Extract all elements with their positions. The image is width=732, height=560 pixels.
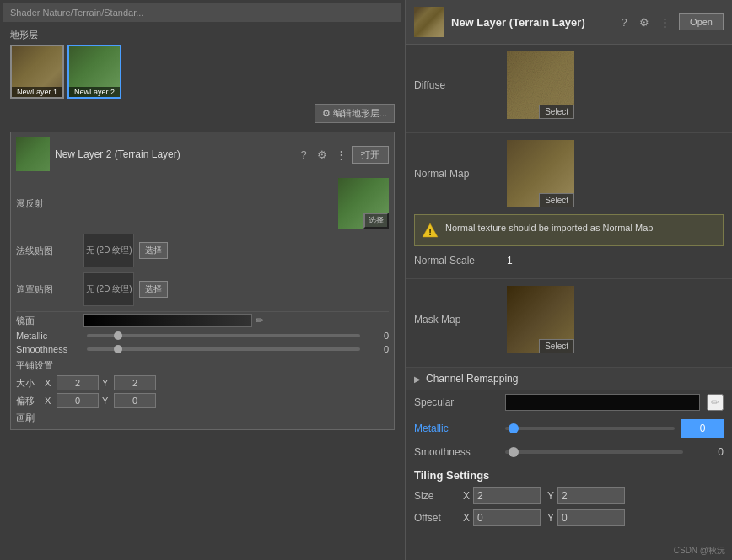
channel-remapping-arrow: ▶ bbox=[414, 374, 421, 384]
terrain-layer-section: 地形层 NewLayer 1 NewLayer 2 ⚙ 编辑地形层... New… bbox=[3, 25, 401, 437]
rp-size-xy: X Y bbox=[463, 487, 724, 504]
rp-normal-select-button[interactable]: Select bbox=[539, 193, 574, 207]
layer-thumb-1-label: NewLayer 1 bbox=[12, 87, 62, 97]
brush-label: 画刷 bbox=[16, 412, 389, 424]
normal-row: 法线贴图 无 (2D 纹理) 选择 bbox=[16, 234, 389, 267]
rp-smoothness-track[interactable] bbox=[505, 450, 683, 454]
rp-open-button[interactable]: Open bbox=[679, 13, 724, 30]
rp-header-icon bbox=[414, 7, 444, 37]
metallic-label: Metallic bbox=[16, 331, 83, 341]
size-x-input[interactable] bbox=[57, 375, 99, 390]
metallic-thumb bbox=[114, 331, 122, 340]
rp-offset-x-letter: X bbox=[463, 512, 470, 524]
rp-mask-row: Mask Map Select bbox=[414, 286, 724, 353]
normal-select-button[interactable]: 选择 bbox=[139, 242, 168, 259]
layer-thumbnails: NewLayer 1 NewLayer 2 bbox=[10, 45, 395, 99]
left-panel: Shader Nature/Terrain/Standar... 地形层 New… bbox=[0, 0, 405, 560]
rp-diffuse-label: Diffuse bbox=[414, 79, 507, 91]
rp-menu-button[interactable]: ⋮ bbox=[657, 14, 672, 30]
layer-open-button[interactable]: 打开 bbox=[352, 146, 389, 164]
normal-texture-box: 无 (2D 纹理) bbox=[83, 234, 134, 267]
mask-texture-box: 无 (2D 纹理) bbox=[83, 272, 134, 306]
rp-normal-row: Normal Map Select bbox=[414, 140, 724, 207]
smoothness-track[interactable] bbox=[87, 347, 360, 351]
rp-size-x-input[interactable] bbox=[473, 487, 541, 504]
offset-x-input[interactable] bbox=[57, 393, 99, 408]
rp-diffuse-select-button[interactable]: Select bbox=[539, 105, 574, 119]
channel-remapping-header[interactable]: ▶ Channel Remapping bbox=[406, 368, 732, 390]
mask-select-button[interactable]: 选择 bbox=[139, 281, 168, 298]
mask-no-texture: 无 (2D 纹理) 选择 bbox=[83, 272, 168, 306]
mirror-color-bar[interactable] bbox=[83, 314, 252, 327]
mask-label: 遮罩贴图 bbox=[16, 283, 83, 296]
layer-settings-button[interactable]: ⚙ bbox=[315, 147, 330, 162]
rp-normal-section: Normal Map Select bbox=[406, 133, 732, 279]
offset-y-input[interactable] bbox=[114, 393, 156, 408]
smoothness-value: 0 bbox=[363, 344, 389, 354]
rp-offset-x-coord: X bbox=[463, 509, 541, 526]
mirror-picker-icon[interactable]: ✏ bbox=[256, 315, 264, 326]
rp-header: New Layer (Terrain Layer) ? ⚙ ⋮ Open bbox=[406, 0, 732, 45]
layer-thumb-1[interactable]: NewLayer 1 bbox=[10, 45, 64, 99]
divider-1 bbox=[16, 311, 389, 312]
mask-row: 遮罩贴图 无 (2D 纹理) 选择 bbox=[16, 272, 389, 306]
rp-size-y-input[interactable] bbox=[557, 487, 625, 504]
layer-info-button[interactable]: ? bbox=[296, 147, 311, 162]
rp-size-x-coord: X bbox=[463, 487, 541, 504]
layer-menu-button[interactable]: ⋮ bbox=[333, 147, 348, 162]
rp-smoothness-label: Smoothness bbox=[414, 446, 498, 458]
edit-layers-button[interactable]: ⚙ 编辑地形层... bbox=[315, 104, 395, 123]
size-coords: X Y bbox=[45, 375, 156, 390]
layer-card-icon bbox=[16, 137, 50, 171]
top-bar: Shader Nature/Terrain/Standar... bbox=[3, 3, 401, 22]
diffuse-label: 漫反射 bbox=[16, 197, 83, 210]
channel-remapping-label: Channel Remapping bbox=[426, 373, 518, 385]
metallic-track[interactable] bbox=[87, 334, 360, 337]
rp-info-button[interactable]: ? bbox=[616, 14, 632, 30]
rp-diffuse-section: Diffuse bbox=[406, 45, 732, 133]
layer-thumb-2-label: NewLayer 2 bbox=[69, 87, 120, 97]
rp-specular-label: Specular bbox=[414, 396, 498, 408]
rp-mask-section: Mask Map Select bbox=[406, 279, 732, 368]
rp-offset-x-input[interactable] bbox=[473, 509, 541, 526]
layer-thumb-2[interactable]: NewLayer 2 bbox=[67, 45, 121, 99]
rp-header-title: New Layer (Terrain Layer) bbox=[451, 16, 610, 29]
size-y-input[interactable] bbox=[114, 375, 156, 390]
watermark: CSDN @秋沅 bbox=[674, 545, 725, 557]
rp-specular-picker-button[interactable]: ✏ bbox=[707, 394, 724, 411]
rp-smoothness-thumb bbox=[509, 447, 519, 457]
rp-offset-row: Offset X Y bbox=[406, 507, 732, 529]
svg-text:!: ! bbox=[428, 227, 432, 237]
rp-offset-y-input[interactable] bbox=[557, 509, 625, 526]
rp-mask-texture-container: Select bbox=[507, 286, 724, 353]
offset-row: 偏移 X Y bbox=[16, 393, 389, 408]
mirror-row: 镜面 ✏ bbox=[16, 314, 389, 327]
size-y-letter: Y bbox=[102, 378, 110, 388]
rp-size-x-letter: X bbox=[463, 490, 470, 502]
rp-size-y-coord: Y bbox=[547, 487, 625, 504]
rp-offset-y-coord: Y bbox=[547, 509, 625, 526]
normal-scale-value: 1 bbox=[507, 255, 513, 267]
rp-specular-color-box[interactable] bbox=[505, 394, 700, 411]
rp-metallic-value-input[interactable] bbox=[681, 419, 724, 438]
rp-metallic-label: Metallic bbox=[414, 423, 498, 434]
rp-smoothness-row: Smoothness 0 bbox=[406, 442, 732, 462]
mask-no-tex-label: 无 (2D 纹理) bbox=[86, 283, 132, 295]
size-label: 大小 bbox=[16, 377, 41, 390]
diffuse-select-button[interactable]: 选择 bbox=[363, 213, 389, 229]
tiling-label: 平铺设置 bbox=[16, 359, 389, 372]
rp-metallic-track[interactable] bbox=[505, 427, 675, 430]
smoothness-row: Smoothness 0 bbox=[16, 344, 389, 354]
warning-icon: ! bbox=[422, 222, 439, 239]
rp-normal-thumb: Select bbox=[507, 140, 574, 207]
mirror-label: 镜面 bbox=[16, 315, 83, 327]
metallic-value: 0 bbox=[363, 331, 389, 341]
rp-metallic-thumb bbox=[509, 423, 519, 433]
rp-settings-button[interactable]: ⚙ bbox=[637, 14, 652, 30]
size-row: 大小 X Y bbox=[16, 375, 389, 390]
rp-offset-xy: X Y bbox=[463, 509, 724, 526]
rp-mask-select-button[interactable]: Select bbox=[539, 339, 574, 353]
smoothness-thumb bbox=[114, 345, 122, 353]
offset-coords: X Y bbox=[45, 393, 156, 408]
rp-smoothness-value: 0 bbox=[690, 446, 724, 458]
